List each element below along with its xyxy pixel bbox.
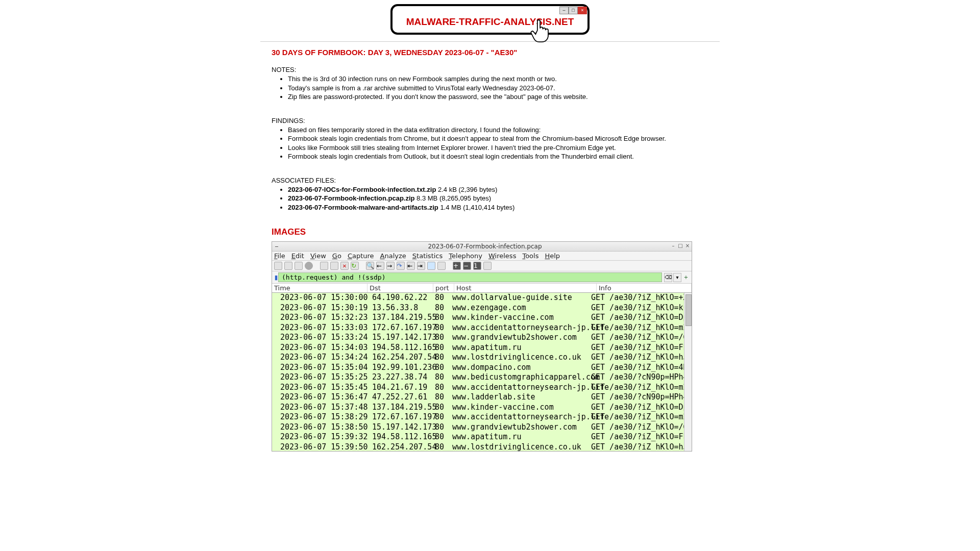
toolbar-icon: ⇥ (417, 262, 425, 270)
wireshark-titlebar: 2023-06-07-Formbook-infection.pcap – □ × (272, 242, 692, 252)
toolbar-icon (305, 262, 313, 270)
scrollbar[interactable] (684, 293, 692, 451)
logo-text: MALWARE-TRAFFIC-ANALYSIS.NET (393, 16, 587, 28)
minimize-icon: – (559, 7, 569, 14)
filter-add-icon[interactable]: + (682, 273, 690, 282)
findings-item: Looks like Formbook still tries stealing… (288, 143, 708, 153)
packet-row[interactable]: 2023-06-07 15:30:1913.56.33.880www.ezeng… (272, 303, 692, 313)
packet-row[interactable]: 2023-06-07 15:37:48137.184.219.5580www.k… (272, 403, 692, 413)
toolbar-icon: + (453, 262, 461, 270)
toolbar-icon: 🔍 (366, 262, 374, 270)
toolbar-icon: ↷ (397, 262, 405, 270)
cursor-hand-icon (529, 18, 552, 44)
toolbar-icon (483, 262, 492, 270)
site-logo: – □ × MALWARE-TRAFFIC-ANALYSIS.NET (0, 0, 980, 41)
menu-item[interactable]: File (274, 252, 285, 260)
toolbar-icon: ⇤ (407, 262, 415, 270)
packet-row[interactable]: 2023-06-07 15:33:2415.197.142.17380www.g… (272, 333, 692, 343)
menu-item[interactable]: Statistics (412, 252, 443, 260)
menu-item[interactable]: Analyze (380, 252, 406, 260)
toolbar-icon: − (463, 262, 471, 270)
ws-maximize-icon: □ (678, 243, 683, 248)
file-link[interactable]: 2023-06-07-Formbook-infection.pcap.zip (288, 194, 415, 202)
files-list: 2023-06-07-IOCs-for-Formbook-infection.t… (272, 185, 708, 212)
findings-item: Formbook steals login credentials from O… (288, 152, 708, 161)
packet-row[interactable]: 2023-06-07 15:38:29172.67.167.19780www.a… (272, 412, 692, 422)
menu-item[interactable]: Edit (291, 252, 304, 260)
findings-item: Based on files temporarily stored in the… (288, 126, 708, 135)
packet-row[interactable]: 2023-06-07 15:35:04192.99.101.23680www.d… (272, 363, 692, 373)
ws-minimize-icon: – (671, 243, 676, 248)
file-item: 2023-06-07-IOCs-for-Formbook-infection.t… (288, 185, 708, 194)
wireshark-menu-bar: FileEditViewGoCaptureAnalyzeStatisticsTe… (272, 252, 692, 261)
findings-list: Based on files temporarily stored in the… (272, 126, 708, 161)
logo-fake-titlebar: – □ × (559, 7, 587, 14)
notes-list: This the is 3rd of 30 infection runs on … (272, 74, 708, 102)
findings-item: Formbook steals login credentials from C… (288, 134, 708, 143)
packet-row[interactable]: 2023-06-07 15:38:5015.197.142.17380www.g… (272, 422, 692, 433)
packet-row[interactable]: 2023-06-07 15:39:32194.58.112.16580www.a… (272, 432, 692, 442)
filter-clear-icon[interactable]: ⌫ (664, 273, 672, 282)
wireshark-toolbar: ✕ ↻ 🔍 ← → ↷ ⇤ ⇥ + − 1 (272, 261, 692, 271)
wireshark-filter-input[interactable]: (http.request) and !(ssdp) (278, 272, 662, 282)
close-icon: × (578, 7, 587, 14)
menu-item[interactable]: Help (545, 252, 560, 260)
filter-dropdown-icon[interactable]: ▾ (673, 273, 681, 282)
file-size: 2.4 kB (2,396 bytes) (436, 186, 497, 193)
file-item: 2023-06-07-Formbook-infection.pcap.zip 8… (288, 194, 708, 203)
associated-files-label: ASSOCIATED FILES: (272, 177, 708, 184)
horizontal-rule (260, 41, 720, 42)
packet-row[interactable]: 2023-06-07 15:33:03172.67.167.19780www.a… (272, 323, 692, 333)
wireshark-packet-list: 2023-06-07 15:30:0064.190.62.2280www.dol… (272, 293, 692, 451)
packet-row[interactable]: 2023-06-07 15:36:4747.252.27.6180www.lad… (272, 392, 692, 403)
packet-row[interactable]: 2023-06-07 15:35:45104.21.67.1980www.acc… (272, 383, 692, 393)
column-header-port[interactable]: port (433, 284, 454, 292)
column-header-info[interactable]: Info (597, 284, 692, 292)
packet-row[interactable]: 2023-06-07 15:32:23137.184.219.5580www.k… (272, 313, 692, 323)
file-item: 2023-06-07-Formbook-malware-and-artifact… (288, 203, 708, 212)
menu-item[interactable]: Tools (522, 252, 538, 260)
wireshark-screenshot: 2023-06-07-Formbook-infection.pcap – □ ×… (272, 241, 692, 452)
menu-item[interactable]: Wireless (488, 252, 516, 260)
logo-frame[interactable]: – □ × MALWARE-TRAFFIC-ANALYSIS.NET (390, 4, 590, 35)
file-link[interactable]: 2023-06-07-IOCs-for-Formbook-infection.t… (288, 186, 436, 193)
maximize-icon: □ (569, 7, 578, 14)
menu-item[interactable]: View (310, 252, 326, 260)
ws-close-icon: × (685, 243, 690, 248)
column-header-host[interactable]: Host (454, 284, 597, 292)
toolbar-icon: ← (376, 262, 384, 270)
packet-row[interactable]: 2023-06-07 15:39:50162.254.207.5480www.l… (272, 442, 692, 452)
images-heading: IMAGES (272, 227, 708, 237)
toolbar-icon (427, 262, 435, 270)
file-size: 1.4 MB (1,410,414 bytes) (438, 204, 515, 211)
wireshark-filter-bar: ▮ (http.request) and !(ssdp) ⌫ ▾ + (272, 271, 692, 284)
packet-row[interactable]: 2023-06-07 15:34:24162.254.207.5480www.l… (272, 353, 692, 363)
menu-item[interactable]: Telephony (449, 252, 482, 260)
toolbar-icon: ✕ (340, 262, 349, 270)
packet-row[interactable]: 2023-06-07 15:35:2523.227.38.7480www.bed… (272, 372, 692, 383)
toolbar-icon (295, 262, 303, 270)
toolbar-icon: → (386, 262, 395, 270)
toolbar-icon (284, 262, 292, 270)
packet-row[interactable]: 2023-06-07 15:34:03194.58.112.16580www.a… (272, 343, 692, 353)
toolbar-icon (320, 262, 328, 270)
packet-row[interactable]: 2023-06-07 15:30:0064.190.62.2280www.dol… (272, 293, 692, 303)
toolbar-icon: ↻ (351, 262, 359, 270)
menu-item[interactable]: Capture (348, 252, 374, 260)
notes-item: This the is 3rd of 30 infection runs on … (288, 74, 708, 84)
toolbar-icon: 1 (473, 262, 481, 270)
column-header-dst[interactable]: Dst (368, 284, 433, 292)
file-link[interactable]: 2023-06-07-Formbook-malware-and-artifact… (288, 204, 438, 211)
column-header-time[interactable]: Time (272, 284, 368, 292)
toolbar-icon (330, 262, 338, 270)
notes-item: Zip files are password-protected. If you… (288, 92, 708, 102)
notes-label: NOTES: (272, 66, 708, 73)
toolbar-icon (274, 262, 282, 270)
menu-item[interactable]: Go (332, 252, 341, 260)
file-size: 8.3 MB (8,265,095 bytes) (415, 194, 492, 202)
findings-label: FINDINGS: (272, 117, 708, 124)
toolbar-icon (437, 262, 446, 270)
wireshark-columns-header: Time Dst port Host Info (272, 284, 692, 293)
page-title: 30 DAYS OF FORMBOOK: DAY 3, WEDNESDAY 20… (272, 48, 708, 57)
notes-item: Today's sample is from a .rar archive su… (288, 84, 708, 93)
